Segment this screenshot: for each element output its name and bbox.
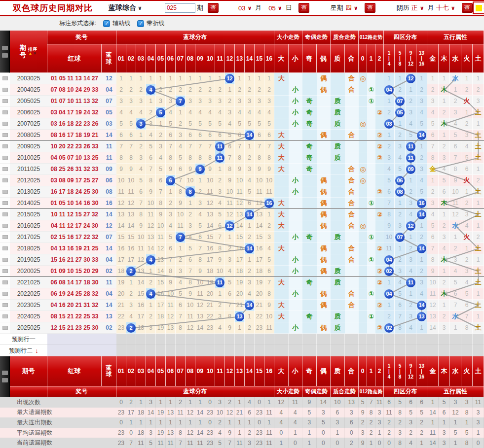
issue-cell: 2015025: [10, 209, 47, 220]
row-select-cell[interactable]: [0, 164, 10, 175]
trend-cell: 小: [289, 322, 303, 334]
row-select-cell[interactable]: [0, 277, 10, 288]
row-select-cell[interactable]: [0, 186, 10, 198]
row-select-cell[interactable]: [0, 288, 10, 300]
row-select-cell[interactable]: [0, 311, 10, 322]
dist-cell: 9: [176, 198, 186, 209]
table-row: 202302504 16 20 21 31 321421316117116101…: [0, 300, 484, 311]
row-select-cell[interactable]: [0, 322, 10, 334]
issue-header-blank: [10, 386, 47, 397]
row-select-cell[interactable]: [0, 220, 10, 232]
row-select-cell[interactable]: [0, 209, 10, 220]
stats-value: 6: [345, 417, 359, 428]
prediction-label[interactable]: 预测行一: [0, 334, 47, 345]
dist-cell: 15: [116, 232, 126, 243]
row-select-cell[interactable]: [0, 243, 10, 254]
trend-cell: [302, 322, 317, 334]
dist-cell: 17: [235, 254, 245, 266]
site-logo[interactable]: cz89.com: [473, 1, 484, 14]
prediction-row: 预测行二↓: [0, 345, 484, 356]
row-select-cell[interactable]: [0, 96, 10, 107]
lunar-month-select[interactable]: 正: [411, 3, 418, 12]
stats-value: 5: [215, 438, 225, 448]
week-query-button[interactable]: 查: [365, 3, 375, 13]
element-col-header: 木: [439, 44, 450, 73]
stats-value: 1: [450, 417, 461, 428]
prediction-label[interactable]: 预测行二↓: [0, 345, 47, 356]
row-select-cell[interactable]: [0, 152, 10, 164]
dist-cell: 13: [166, 322, 176, 334]
stats-value: 23: [116, 428, 126, 438]
issue-cell: 2004025: [10, 84, 47, 96]
row-select-cell[interactable]: [0, 84, 10, 96]
stats-value: 11: [289, 397, 303, 408]
date-query-button[interactable]: 查: [298, 3, 309, 13]
row-select-cell[interactable]: [0, 141, 10, 152]
trend-cell: 奇: [302, 277, 317, 288]
row-select-cell[interactable]: [0, 232, 10, 243]
sort-asc-icon[interactable]: ▲: [29, 52, 33, 56]
dist-cell: 4: [126, 107, 136, 118]
dist-cell: 3: [156, 141, 166, 152]
mod-cell: [359, 141, 367, 152]
prediction-cell: [146, 345, 156, 356]
red-balls-cell: 08 15 21 22 25 33: [47, 311, 102, 322]
row-select-cell[interactable]: [0, 73, 10, 84]
chevron-down-icon[interactable]: ∨: [420, 5, 424, 11]
blue-ball-marker: 9: [195, 165, 205, 174]
dist-cell: 11: [126, 186, 136, 198]
row-select-cell[interactable]: [0, 254, 10, 266]
dist-cell: 6: [126, 130, 136, 141]
dist-cell: 16: [264, 198, 274, 209]
trend-cell: 偶: [317, 73, 331, 84]
red-balls-cell: 06 19 24 25 28 32: [47, 288, 102, 300]
row-select-cell[interactable]: [0, 266, 10, 277]
row-select-cell[interactable]: [0, 118, 10, 130]
mod-cell: [359, 277, 367, 288]
issue-query-button[interactable]: 查: [208, 3, 219, 13]
dist-cell: 20: [235, 288, 245, 300]
blue-ball-marker: 6: [166, 176, 175, 185]
trend-cell: [317, 277, 331, 288]
month-select[interactable]: 03: [238, 4, 245, 12]
dist-col-header: 07: [176, 356, 186, 386]
stats-value: 0: [331, 438, 345, 448]
dist-cell: 7: [146, 164, 156, 175]
aux-line-checkbox[interactable]: ✓: [103, 20, 110, 27]
prediction-cell: [395, 345, 406, 356]
prediction-cell: [235, 345, 245, 356]
element-cell: 1: [473, 118, 484, 130]
row-select-cell[interactable]: [0, 175, 10, 186]
sort-desc-icon[interactable]: ▼: [33, 52, 37, 56]
element-cell: 11: [450, 198, 461, 209]
chevron-down-icon[interactable]: ∨: [451, 5, 455, 11]
element-cell: 11: [427, 288, 439, 300]
lunar-day-select[interactable]: 十七: [436, 3, 449, 12]
chevron-down-icon[interactable]: ∨: [278, 5, 282, 11]
chevron-down-icon[interactable]: ∨: [354, 5, 358, 11]
trend-cell: 质: [331, 107, 345, 118]
parity-header: 奇偶走势奇偶: [302, 31, 331, 73]
dist-cell: 7: [195, 243, 205, 254]
mod-cell: [375, 232, 384, 243]
stats-value: 13: [345, 397, 359, 408]
blue-mode-dropdown[interactable]: 蓝球综合 ∨: [109, 3, 142, 12]
row-select-cell[interactable]: [0, 107, 10, 118]
row-select-cell[interactable]: [0, 130, 10, 141]
prime-header-cols: 质合: [331, 356, 359, 386]
lunar-query-button[interactable]: 查: [462, 3, 473, 13]
mod-cell: [359, 311, 367, 322]
row-select-cell[interactable]: [0, 300, 10, 311]
zone-header-cols: 1|45|89|1213|16: [384, 356, 427, 386]
stats-value: 6: [439, 408, 450, 418]
day-select[interactable]: 05: [268, 4, 275, 12]
chevron-down-icon[interactable]: ∨: [247, 5, 252, 11]
dist-cell: 18: [136, 322, 146, 334]
week-select[interactable]: 四: [345, 3, 352, 12]
polyline-checkbox[interactable]: ✓: [137, 20, 144, 27]
row-select-cell[interactable]: [0, 198, 10, 209]
zone-cell: 3: [406, 107, 416, 118]
issue-input[interactable]: [165, 3, 195, 13]
trend-cell: [317, 96, 331, 107]
blue-ball-marker: 11: [406, 153, 415, 163]
